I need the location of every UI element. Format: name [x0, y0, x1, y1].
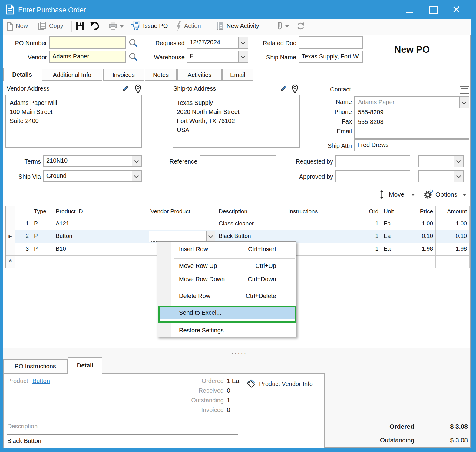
menu-item-restore-settings[interactable]: Restore Settings — [157, 324, 296, 337]
new-button[interactable]: New — [16, 22, 28, 29]
paperclip-dropdown-caret-icon[interactable] — [285, 25, 289, 28]
minimize-button[interactable] — [406, 12, 413, 13]
new-icon[interactable] — [7, 22, 13, 31]
row-selector-cell[interactable]: ▶ — [6, 230, 15, 243]
menu-item-send-to-excel[interactable]: Send to Excel... — [160, 307, 295, 321]
table-row[interactable]: 1 P A121 Glass cleaner 1 Ea 1.00 1.00 — [6, 218, 470, 230]
requested-by-field[interactable] — [335, 155, 410, 167]
amount-cell[interactable]: 1.98 — [436, 243, 470, 256]
paperclip-icon[interactable] — [276, 21, 283, 31]
terms-dropdown-button[interactable] — [132, 156, 141, 166]
grid-header-price[interactable]: Price — [407, 206, 436, 218]
contact-card-icon[interactable] — [460, 86, 469, 94]
tab-email[interactable]: Email — [222, 69, 253, 81]
product-vendor-info-link[interactable]: Product Vendor Info — [259, 381, 313, 387]
instructions-cell[interactable] — [286, 218, 356, 230]
ord-cell[interactable]: 1 — [356, 230, 381, 243]
requested-date-combo[interactable]: 12/27/2024 — [187, 37, 248, 49]
warehouse-dropdown-button[interactable] — [238, 51, 248, 62]
close-button[interactable] — [452, 5, 460, 13]
menu-item-delete-row[interactable]: Delete Row Ctrl+Delete — [157, 290, 296, 303]
ord-cell[interactable]: 1 — [356, 243, 381, 256]
grid-header-description[interactable]: Description — [216, 206, 286, 218]
requested-dropdown-button[interactable] — [238, 37, 248, 48]
empty-cell[interactable] — [407, 256, 436, 268]
vendor-address-map-pin-icon[interactable] — [134, 84, 142, 94]
options-gear-icon[interactable] — [423, 189, 434, 199]
unit-cell[interactable]: Ea — [381, 218, 407, 230]
maximize-button[interactable] — [429, 6, 438, 14]
po-search-icon[interactable] — [128, 38, 138, 48]
related-doc-field[interactable] — [299, 36, 363, 49]
empty-cell[interactable] — [356, 256, 381, 268]
row-selector-cell[interactable] — [6, 218, 15, 230]
tab-details[interactable]: Details — [3, 68, 41, 81]
ship-attn-field[interactable]: Fred Drews — [354, 139, 469, 151]
po-number-field[interactable] — [49, 36, 126, 49]
product-id-cell[interactable]: B10 — [53, 243, 148, 256]
empty-cell[interactable] — [53, 256, 148, 268]
copy-icon[interactable] — [38, 21, 47, 31]
reference-field[interactable] — [200, 155, 276, 167]
vendor-product-edit-combo[interactable] — [149, 231, 215, 242]
requested-by-combo[interactable] — [418, 155, 464, 167]
print-icon[interactable] — [108, 22, 117, 30]
empty-cell[interactable] — [436, 256, 470, 268]
contact-name-dropdown-button[interactable] — [459, 97, 469, 108]
product-link[interactable]: Button — [32, 377, 50, 384]
tab-notes[interactable]: Notes — [145, 69, 177, 81]
vendor-search-icon[interactable] — [128, 52, 138, 62]
product-id-cell[interactable]: Button — [53, 230, 148, 243]
price-cell[interactable]: 0.10 — [407, 230, 436, 243]
menu-item-insert-row[interactable]: Insert Row Ctrl+Insert — [157, 243, 296, 256]
action-lightning-icon[interactable] — [176, 21, 182, 31]
requested-by-dropdown-button[interactable] — [454, 156, 463, 167]
vendor-product-cell[interactable] — [148, 218, 216, 230]
terms-combo[interactable]: 210N10 — [43, 155, 142, 167]
type-cell[interactable]: P — [31, 243, 53, 256]
ship-via-dropdown-button[interactable] — [132, 171, 141, 181]
issue-po-button[interactable]: Issue PO — [143, 22, 168, 29]
undo-icon[interactable] — [90, 21, 99, 30]
ship-via-combo[interactable]: Ground — [43, 170, 142, 182]
row-selector-cell[interactable] — [6, 243, 15, 256]
tab-additional-info[interactable]: Additional Info — [42, 69, 102, 81]
table-row-selected[interactable]: ▶ 2 P Button Black Button 1 Ea 0.10 0.10 — [6, 230, 470, 243]
product-id-cell[interactable]: A121 — [53, 218, 148, 230]
type-cell[interactable]: P — [31, 230, 53, 243]
action-button[interactable]: Action — [184, 22, 201, 29]
grid-header-ord[interactable]: Ord — [356, 206, 381, 218]
price-cell[interactable]: 1.98 — [407, 243, 436, 256]
vendor-address-edit-pencil-icon[interactable] — [121, 85, 129, 93]
contact-box[interactable]: Adams Paper 555-8209 555-8208 — [354, 96, 469, 139]
grid-header-amount[interactable]: Amount — [436, 206, 470, 218]
options-caret-icon[interactable] — [463, 194, 466, 196]
save-icon[interactable] — [76, 22, 84, 30]
warehouse-combo[interactable]: F — [187, 51, 248, 63]
approved-by-field[interactable] — [335, 170, 410, 182]
grid-header-type[interactable]: Type — [31, 206, 53, 218]
options-button[interactable]: Options — [435, 191, 457, 198]
type-cell[interactable]: P — [31, 218, 53, 230]
tab-activities[interactable]: Activities — [177, 69, 222, 81]
description-cell[interactable]: Black Button — [216, 230, 286, 243]
grid-header-instructions[interactable]: Instructions — [286, 206, 356, 218]
empty-cell[interactable] — [15, 256, 31, 268]
grid-header-vendor-product[interactable]: Vendor Product — [148, 206, 216, 218]
ship-to-address-box[interactable]: Texas Supply 2020 North Main Street Fort… — [173, 95, 300, 148]
new-row-icon[interactable]: * — [6, 256, 15, 268]
new-activity-button[interactable]: New Activity — [226, 22, 259, 29]
grid-header-product-id[interactable]: Product ID — [53, 206, 148, 218]
splitter-bar[interactable] — [3, 348, 470, 348]
menu-item-move-row-down[interactable]: Move Row Down Ctrl+Down — [157, 273, 296, 286]
empty-cell[interactable] — [31, 256, 53, 268]
tab-invoices[interactable]: Invoices — [103, 69, 144, 81]
description-cell[interactable]: Glass cleaner — [216, 218, 286, 230]
splitter-grip-dots[interactable]: ····· — [231, 349, 247, 357]
vendor-field[interactable]: Adams Paper — [49, 51, 126, 63]
copy-button[interactable]: Copy — [49, 22, 63, 29]
tab-detail[interactable]: Detail — [68, 357, 102, 374]
amount-cell[interactable]: 1.00 — [436, 218, 470, 230]
issue-po-icon[interactable] — [131, 21, 140, 31]
price-cell[interactable]: 1.00 — [407, 218, 436, 230]
